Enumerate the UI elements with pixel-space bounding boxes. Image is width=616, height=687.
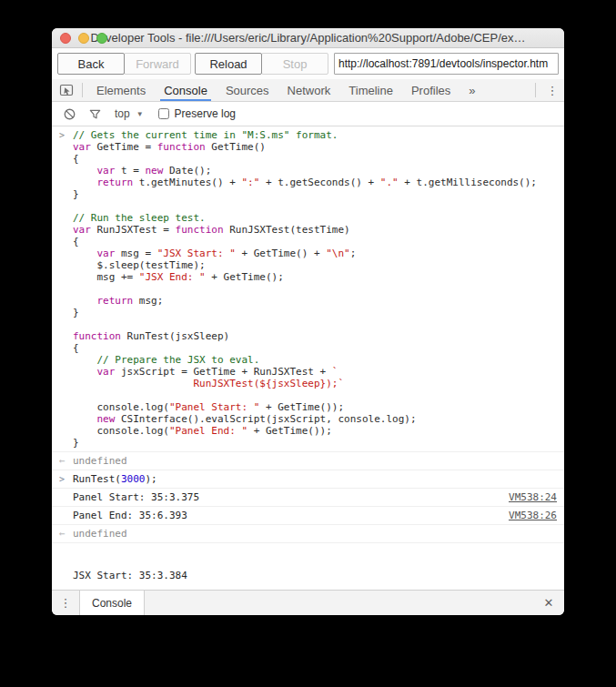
code-line: var jsxScript = GetTime + RunJSXTest + `	[73, 366, 564, 378]
inspect-element-button[interactable]	[56, 79, 77, 101]
preserve-log-label[interactable]: Preserve log	[175, 107, 236, 120]
context-value: top	[115, 107, 130, 120]
code-line: {	[73, 236, 564, 248]
console-log-row: JSX Start: 35:3.384 JSX End: 35:6.392	[52, 542, 564, 590]
input-chevron-icon: >	[59, 129, 73, 141]
devtools-tabbar: Elements Console Sources Network Timelin…	[52, 79, 564, 102]
traffic-lights	[60, 33, 107, 44]
console-result-row: ← undefined	[52, 451, 564, 470]
drawer-tab-console[interactable]: Console	[79, 591, 145, 615]
tabbar-right-separator	[535, 83, 536, 97]
code-line: return msg;	[73, 295, 564, 307]
tab-timeline[interactable]: Timeline	[339, 79, 402, 101]
close-drawer-button[interactable]: ✕	[533, 591, 564, 615]
number-literal: 3000	[121, 473, 146, 485]
input-chevron-icon: >	[59, 473, 73, 485]
forward-button: Forward	[124, 53, 191, 75]
return-value-icon: ←	[59, 455, 73, 467]
code-line	[73, 283, 564, 295]
log-text: Panel Start: 35:3.375	[73, 491, 199, 503]
code-line: }	[73, 307, 564, 318]
funnel-icon	[88, 107, 102, 121]
console-output[interactable]: > // Gets the current time in "M:S.ms" f…	[52, 126, 564, 590]
code-line: new CSInterface().evalScript(jsxScript, …	[73, 413, 564, 425]
chevron-down-icon: ▼	[136, 110, 144, 118]
tabbar-separator	[82, 83, 83, 97]
tab-elements[interactable]: Elements	[87, 79, 155, 101]
window-titlebar[interactable]: Developer Tools - file:///Users/eric/Lib…	[52, 28, 564, 48]
source-link[interactable]: VM538:26	[509, 510, 557, 521]
minimize-window-button[interactable]	[78, 33, 89, 44]
load-button-group: Reload Stop	[195, 53, 328, 75]
code-line: function RunTest(jsxSleep)	[73, 330, 564, 342]
devtools-window: Developer Tools - file:///Users/eric/Lib…	[52, 28, 564, 615]
code-line: console.log("Panel Start: " + GetTime())…	[73, 401, 564, 413]
preserve-log-control: Preserve log	[158, 107, 236, 120]
tab-sources[interactable]: Sources	[217, 79, 278, 101]
console-code: // Gets the current time in "M:S.ms" for…	[73, 129, 564, 449]
code-line: {	[73, 342, 564, 354]
input-command: RunTest(3000);	[73, 473, 157, 485]
log-line: JSX Start: 35:3.384	[73, 570, 187, 581]
drawer-bar: ⋮ Console ✕	[52, 590, 564, 615]
stop-button: Stop	[261, 53, 328, 75]
screen-background: Developer Tools - file:///Users/eric/Lib…	[0, 0, 616, 687]
code-line	[73, 200, 564, 212]
code-line: // Prepare the JSX to eval.	[73, 354, 564, 366]
code-line	[73, 318, 564, 330]
code-line: RunJSXTest(${jsxSleep});`	[73, 378, 564, 389]
code-line: $.sleep(testTime);	[73, 259, 564, 271]
code-line	[73, 389, 564, 401]
devtools-menu-button[interactable]: ⋮	[540, 79, 564, 101]
inspect-cursor-icon	[59, 83, 74, 97]
tab-network[interactable]: Network	[278, 79, 340, 101]
code-line: // Run the sleep test.	[73, 212, 564, 224]
code-line: }	[73, 188, 564, 200]
reload-button[interactable]: Reload	[195, 53, 262, 75]
return-value-icon: ←	[59, 528, 73, 540]
console-toolbar: top ▼ Preserve log	[52, 102, 564, 126]
code-line: var msg = "JSX Start: " + GetTime() + "\…	[73, 248, 564, 259]
code-line: return t.getMinutes() + ":" + t.getSecon…	[73, 177, 564, 188]
result-value: undefined	[73, 455, 127, 467]
drawer-spacer	[145, 591, 533, 615]
code-line: console.log("Panel End: " + GetTime());	[73, 425, 564, 437]
execution-context-selector[interactable]: top ▼	[115, 107, 144, 120]
log-text: Panel End: 35:6.393	[73, 510, 187, 521]
source-link[interactable]: VM538:24	[509, 491, 557, 503]
code-line: msg += "JSX End: " + GetTime();	[73, 271, 564, 283]
console-input-row: > RunTest(3000);	[52, 470, 564, 488]
navigation-bar: Back Forward Reload Stop	[52, 48, 564, 79]
console-input-entry: > // Gets the current time in "M:S.ms" f…	[52, 126, 564, 451]
history-button-group: Back Forward	[57, 53, 191, 75]
url-input[interactable]	[334, 53, 559, 75]
close-window-button[interactable]	[60, 33, 71, 44]
code-line: var RunJSXTest = function RunJSXTest(tes…	[73, 224, 564, 236]
log-text-multiline: JSX Start: 35:3.384 JSX End: 35:6.392	[73, 546, 187, 590]
block-icon	[63, 107, 76, 121]
clear-console-button[interactable]	[60, 105, 78, 123]
tab-console[interactable]: Console	[155, 79, 217, 101]
tab-profiles[interactable]: Profiles	[402, 79, 459, 101]
console-result-row: ← undefined	[52, 524, 564, 542]
back-button[interactable]: Back	[57, 53, 125, 75]
zoom-window-button[interactable]	[96, 33, 107, 44]
console-log-row: Panel End: 35:6.393 VM538:26	[52, 506, 564, 524]
console-log-row: Panel Start: 35:3.375 VM538:24	[52, 488, 564, 506]
tab-overflow-chevrons[interactable]: »	[459, 79, 484, 101]
drawer-menu-button[interactable]: ⋮	[52, 591, 79, 615]
code-line: // Gets the current time in "M:S.ms" for…	[73, 129, 564, 141]
tabbar-right-controls: ⋮	[530, 79, 564, 101]
code-line: var t = new Date();	[73, 165, 564, 177]
preserve-log-checkbox[interactable]	[158, 108, 169, 119]
code-line: {	[73, 153, 564, 165]
code-line: }	[73, 437, 564, 449]
filter-button[interactable]	[86, 105, 104, 123]
result-value: undefined	[73, 528, 127, 540]
code-line: var GetTime = function GetTime()	[73, 141, 564, 153]
window-title: Developer Tools - file:///Users/eric/Lib…	[90, 31, 525, 45]
